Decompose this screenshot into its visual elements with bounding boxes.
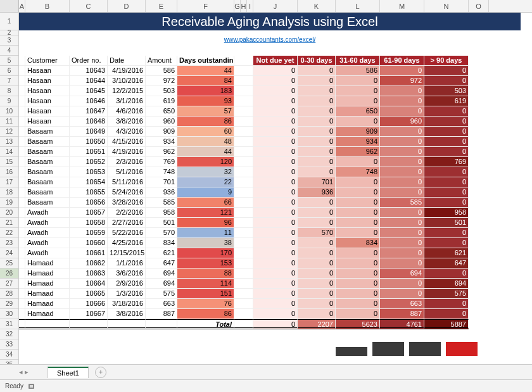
bucket-cell[interactable]: 694 <box>380 269 424 279</box>
total-bucket[interactable]: 5623 <box>336 319 380 329</box>
row-header[interactable]: 33 <box>0 339 18 350</box>
tab-next-icon[interactable]: ▸ <box>25 368 28 376</box>
row-header[interactable]: 5 <box>0 56 18 66</box>
bucket-cell[interactable]: 0 <box>298 218 336 228</box>
col-header-A[interactable]: A <box>19 0 25 12</box>
bucket-cell[interactable]: 0 <box>380 248 424 258</box>
bucket-cell[interactable]: 0 <box>424 147 469 157</box>
bucket-cell[interactable]: 887 <box>380 309 424 319</box>
bucket-cell[interactable]: 0 <box>298 117 336 127</box>
bucket-cell[interactable]: 0 <box>424 299 469 309</box>
bucket-cell[interactable]: 0 <box>380 289 424 299</box>
bucket-cell[interactable]: 621 <box>424 248 469 258</box>
amount-cell[interactable]: 769 <box>146 157 177 167</box>
bucket-cell[interactable]: 0 <box>253 309 298 319</box>
bucket-cell[interactable]: 0 <box>298 198 336 208</box>
row-header[interactable]: 15 <box>0 157 18 167</box>
bucket-cell[interactable]: 960 <box>380 117 424 127</box>
days-cell[interactable]: 120 <box>177 157 234 167</box>
row-header[interactable]: 30 <box>0 309 18 319</box>
bucket-cell[interactable]: 0 <box>298 269 336 279</box>
bucket-cell[interactable]: 0 <box>380 66 424 76</box>
bucket-cell[interactable]: 0 <box>424 66 469 76</box>
bucket-cell[interactable]: 575 <box>424 289 469 299</box>
bucket-cell[interactable]: 0 <box>253 258 298 269</box>
customer-cell[interactable]: Hamaad <box>25 269 70 279</box>
customer-cell[interactable]: Basaam <box>25 147 70 157</box>
sheet-tab[interactable]: Sheet1 <box>48 367 89 378</box>
bucket-cell[interactable]: 0 <box>336 248 380 258</box>
bucket-cell[interactable]: 0 <box>253 187 298 198</box>
days-cell[interactable]: 153 <box>177 258 234 269</box>
bucket-cell[interactable]: 0 <box>380 218 424 228</box>
tab-prev-icon[interactable]: ◂ <box>19 368 23 376</box>
bucket-cell[interactable]: 0 <box>380 127 424 137</box>
bucket-cell[interactable]: 0 <box>380 96 424 106</box>
row-header[interactable]: 2 <box>0 30 18 35</box>
bucket-cell[interactable]: 0 <box>298 127 336 137</box>
order-cell[interactable]: 10643 <box>70 66 108 76</box>
col-header-J[interactable]: J <box>253 0 298 12</box>
bucket-cell[interactable]: 0 <box>424 309 469 319</box>
customer-cell[interactable]: Awadh <box>25 218 70 228</box>
source-link[interactable]: www.pakaccountants.com/excel/ <box>19 35 521 46</box>
row-header[interactable]: 28 <box>0 289 18 299</box>
row-header[interactable]: 20 <box>0 208 18 218</box>
bucket-cell[interactable]: 0 <box>380 157 424 167</box>
bucket-cell[interactable]: 0 <box>380 167 424 177</box>
bucket-cell[interactable]: 0 <box>336 218 380 228</box>
bucket-cell[interactable]: 834 <box>336 238 380 248</box>
bucket-cell[interactable]: 0 <box>253 106 298 117</box>
date-cell[interactable]: 2/3/2016 <box>108 157 146 167</box>
customer-cell[interactable]: Awadh <box>25 228 70 238</box>
date-cell[interactable]: 4/15/2016 <box>108 137 146 147</box>
bucket-cell[interactable]: 0 <box>424 228 469 238</box>
days-cell[interactable]: 170 <box>177 248 234 258</box>
bucket-cell[interactable]: 0 <box>253 248 298 258</box>
bucket-cell[interactable]: 748 <box>336 167 380 177</box>
date-cell[interactable]: 1/1/2016 <box>108 258 146 269</box>
order-cell[interactable]: 10660 <box>70 238 108 248</box>
customer-cell[interactable]: Basaam <box>25 167 70 177</box>
bucket-cell[interactable]: 0 <box>380 106 424 117</box>
col-header-E[interactable]: E <box>146 0 177 12</box>
bucket-cell[interactable]: 0 <box>380 228 424 238</box>
order-cell[interactable]: 10648 <box>70 117 108 127</box>
bucket-cell[interactable]: 0 <box>298 299 336 309</box>
bucket-cell[interactable]: 0 <box>424 106 469 117</box>
bucket-cell[interactable]: 769 <box>424 157 469 167</box>
bucket-cell[interactable]: 0 <box>380 137 424 147</box>
bucket-cell[interactable]: 647 <box>424 258 469 269</box>
bucket-cell[interactable]: 0 <box>424 238 469 248</box>
bucket-cell[interactable]: 0 <box>298 106 336 117</box>
row-header[interactable]: 6 <box>0 66 18 76</box>
days-cell[interactable]: 183 <box>177 86 234 96</box>
days-cell[interactable]: 66 <box>177 198 234 208</box>
customer-cell[interactable]: Basaam <box>25 198 70 208</box>
bucket-cell[interactable]: 0 <box>380 208 424 218</box>
days-cell[interactable]: 84 <box>177 76 234 86</box>
bucket-cell[interactable]: 0 <box>298 279 336 289</box>
days-cell[interactable]: 86 <box>177 117 234 127</box>
date-cell[interactable]: 5/24/2016 <box>108 187 146 198</box>
date-cell[interactable]: 2/27/2016 <box>108 218 146 228</box>
bucket-cell[interactable]: 0 <box>336 86 380 96</box>
bucket-cell[interactable]: 0 <box>336 76 380 86</box>
row-header[interactable]: 23 <box>0 238 18 248</box>
days-cell[interactable]: 11 <box>177 228 234 238</box>
amount-cell[interactable]: 575 <box>146 289 177 299</box>
order-cell[interactable]: 10662 <box>70 258 108 269</box>
date-cell[interactable]: 3/1/2016 <box>108 96 146 106</box>
row-header[interactable]: 31 <box>0 319 18 329</box>
bucket-cell[interactable]: 0 <box>424 76 469 86</box>
bucket-cell[interactable]: 0 <box>424 269 469 279</box>
order-cell[interactable]: 10659 <box>70 228 108 238</box>
col-header-N[interactable]: N <box>424 0 469 12</box>
days-cell[interactable]: 114 <box>177 279 234 289</box>
bucket-cell[interactable]: 0 <box>424 167 469 177</box>
bucket-cell[interactable]: 0 <box>253 218 298 228</box>
amount-cell[interactable]: 887 <box>146 309 177 319</box>
col-header-C[interactable]: C <box>70 0 108 12</box>
order-cell[interactable]: 10647 <box>70 106 108 117</box>
bucket-cell[interactable]: 0 <box>253 86 298 96</box>
